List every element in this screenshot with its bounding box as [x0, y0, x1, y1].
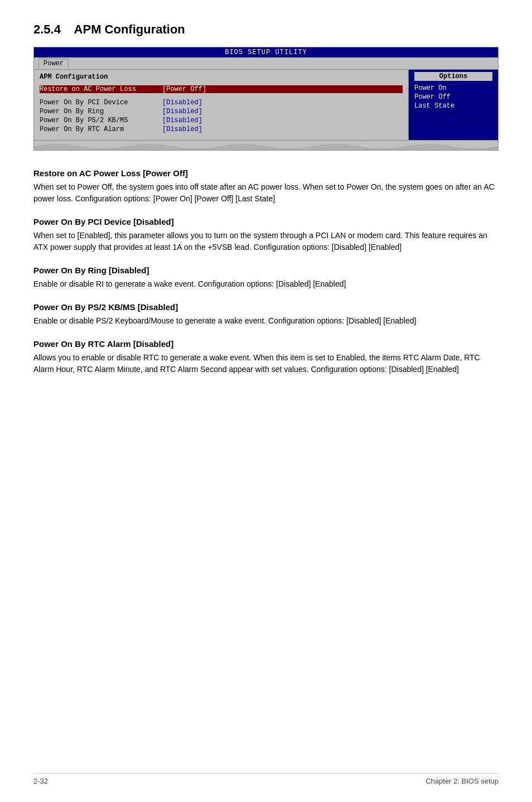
bios-label-ps2: Power On By PS/2 KB/MS: [40, 117, 162, 124]
bios-body: APM Configuration Restore on AC Power Lo…: [34, 69, 498, 140]
doc-heading-0: Restore on AC Power Loss [Power Off]: [33, 168, 499, 178]
bios-option-last-state: Last State: [414, 102, 492, 110]
doc-text-1: When set to [Enabled], this parameter al…: [33, 230, 499, 253]
bios-header: BIOS SETUP UTILITY: [34, 47, 498, 57]
doc-section-0: Restore on AC Power Loss [Power Off] Whe…: [33, 168, 499, 205]
bios-row-pci: Power On By PCI Device [Disabled]: [40, 99, 403, 107]
doc-text-4: Allows you to enable or disable RTC to g…: [33, 352, 499, 375]
bios-screenshot: BIOS SETUP UTILITY Power APM Configurati…: [33, 47, 499, 151]
doc-section-2: Power On By Ring [Disabled] Enable or di…: [33, 265, 499, 290]
bios-row-ps2: Power On By PS/2 KB/MS [Disabled]: [40, 117, 403, 124]
section-title: 2.5.4 APM Configuration: [33, 22, 499, 37]
bios-value-rtc: [Disabled]: [162, 125, 202, 133]
bios-label-ring: Power On By Ring: [40, 108, 162, 115]
doc-heading-2: Power On By Ring [Disabled]: [33, 265, 499, 275]
bios-value-restore: [Power Off]: [162, 85, 206, 93]
bios-tab-power: Power: [38, 59, 69, 68]
doc-section-1: Power On By PCI Device [Disabled] When s…: [33, 217, 499, 253]
doc-heading-3: Power On By PS/2 KB/MS [Disabled]: [33, 302, 499, 312]
bios-row-restore: Restore on AC Power Loss [Power Off]: [40, 85, 403, 93]
doc-sections: Restore on AC Power Loss [Power Off] Whe…: [33, 168, 499, 375]
footer-page-number: 2-32: [33, 777, 48, 785]
doc-text-3: Enable or disable PS/2 Keyboard/Mouse to…: [33, 315, 499, 327]
bios-wave: [34, 140, 498, 150]
bios-row-ring: Power On By Ring [Disabled]: [40, 108, 403, 115]
bios-value-ps2: [Disabled]: [162, 117, 202, 124]
doc-heading-1: Power On By PCI Device [Disabled]: [33, 217, 499, 226]
bios-label-pci: Power On By PCI Device: [40, 99, 162, 107]
doc-heading-4: Power On By RTC Alarm [Disabled]: [33, 339, 499, 349]
doc-text-0: When set to Power Off, the system goes i…: [33, 181, 499, 205]
bios-option-power-off: Power Off: [414, 93, 492, 101]
bios-tab-row: Power: [34, 57, 498, 69]
bios-label-rtc: Power On By RTC Alarm: [40, 125, 162, 133]
bios-label-restore: Restore on AC Power Loss: [40, 85, 162, 93]
bios-main-title: APM Configuration: [40, 73, 403, 81]
bios-sidebar-title: Options: [414, 72, 492, 81]
bios-main-panel: APM Configuration Restore on AC Power Lo…: [34, 70, 409, 140]
doc-section-3: Power On By PS/2 KB/MS [Disabled] Enable…: [33, 302, 499, 327]
bios-value-ring: [Disabled]: [162, 108, 202, 115]
bios-option-power-on: Power On: [414, 84, 492, 92]
page-footer: 2-32 Chapter 2: BIOS setup: [33, 773, 499, 785]
footer-chapter: Chapter 2: BIOS setup: [425, 777, 499, 785]
bios-row-rtc: Power On By RTC Alarm [Disabled]: [40, 125, 403, 133]
doc-text-2: Enable or disable RI to generate a wake …: [33, 278, 499, 290]
bios-sidebar: Options Power On Power Off Last State: [409, 70, 498, 140]
bios-value-pci: [Disabled]: [162, 99, 202, 107]
doc-section-4: Power On By RTC Alarm [Disabled] Allows …: [33, 339, 499, 375]
